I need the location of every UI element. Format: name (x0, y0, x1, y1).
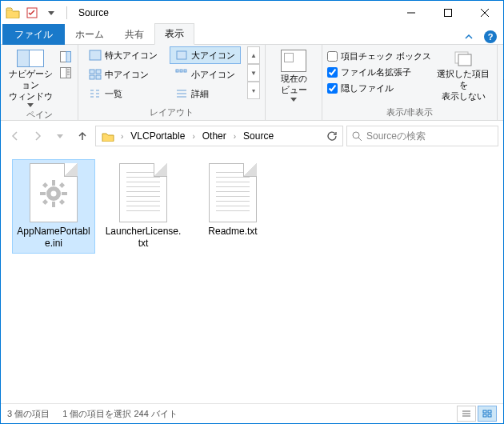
maximize-button[interactable] (430, 1, 466, 25)
check-file-extensions[interactable]: ファイル名拡張子 (327, 64, 431, 80)
group-layout: 特大アイコン 大アイコン 中アイコン 小アイコン 一覧 詳細 ▲ ▼ ▾ レイア… (78, 45, 266, 120)
group-show-hide: 項目チェック ボックス ファイル名拡張子 隠しファイル 選択した項目を 表示しな… (322, 45, 498, 120)
layout-list[interactable]: 一覧 (83, 85, 163, 102)
layout-large-label: 大アイコン (191, 50, 235, 62)
check-item-checkboxes-label: 項目チェック ボックス (341, 50, 431, 62)
current-view-button[interactable]: 現在の ビュー (269, 46, 318, 102)
svg-rect-11 (96, 75, 101, 79)
folder-icon (4, 4, 22, 22)
file-list[interactable]: AppNamePortable.ini LauncherLicense.txt … (1, 151, 503, 403)
crumb-sep[interactable]: › (190, 132, 197, 141)
minimize-button[interactable] (393, 1, 430, 25)
crumb-2[interactable]: Source (238, 127, 278, 145)
svg-point-21 (51, 191, 57, 197)
check-file-extensions-label: ファイル名拡張子 (341, 66, 411, 78)
details-pane-button[interactable] (58, 66, 73, 80)
svg-rect-29 (59, 199, 65, 205)
collapse-ribbon-icon[interactable] (462, 30, 476, 44)
layout-details-label: 詳細 (191, 88, 209, 100)
qat-dropdown-icon[interactable] (42, 4, 60, 22)
crumb-sep[interactable]: › (118, 132, 126, 141)
title-separator (66, 6, 67, 19)
refresh-button[interactable] (323, 127, 341, 145)
view-details-button[interactable] (457, 406, 476, 422)
tab-file[interactable]: ファイル (2, 24, 65, 45)
pane-presets (58, 46, 73, 80)
svg-rect-6 (90, 50, 101, 60)
svg-rect-8 (90, 70, 94, 74)
svg-rect-32 (483, 414, 486, 417)
properties-icon[interactable] (23, 4, 41, 22)
help-icon[interactable]: ? (484, 30, 497, 43)
layout-small-label: 小アイコン (191, 69, 235, 81)
current-view-label: 現在の ビュー (281, 74, 307, 96)
titlebar: Source (1, 1, 503, 25)
search-input[interactable]: Sourceの検索 (346, 126, 498, 146)
file-item[interactable]: Readme.txt (191, 159, 274, 254)
navigation-pane-button[interactable]: ナビゲーション ウィンドウ (6, 46, 55, 107)
layout-list-label: 一覧 (105, 88, 122, 100)
forward-button[interactable] (28, 126, 47, 146)
svg-rect-26 (42, 182, 48, 188)
explorer-window: Source ファイル ホーム 共有 表示 ? ナビゲーション ウィンドウ (0, 0, 504, 424)
svg-rect-1 (445, 10, 452, 17)
crumb-0[interactable]: VLCPortable (126, 127, 190, 145)
group-current-view: 現在の ビュー (266, 45, 322, 120)
layout-scroll-down[interactable]: ▼ (247, 64, 260, 82)
tab-view[interactable]: 表示 (154, 23, 194, 45)
file-item[interactable]: AppNamePortable.ini (12, 159, 95, 254)
layout-details[interactable]: 詳細 (170, 85, 241, 102)
close-button[interactable] (466, 1, 503, 25)
txt-file-icon (119, 163, 167, 222)
hide-selected-button[interactable]: 選択した項目を 表示しない (434, 46, 492, 102)
crumb-1[interactable]: Other (198, 127, 231, 145)
layout-scroll-up[interactable]: ▲ (247, 46, 260, 64)
layout-large[interactable]: 大アイコン (170, 46, 241, 64)
crumb-sep[interactable]: › (231, 132, 238, 141)
svg-rect-30 (483, 410, 486, 413)
status-selection: 1 個の項目を選択 244 バイト (62, 408, 178, 420)
folder-icon (101, 129, 115, 143)
group-current-view-label (269, 117, 318, 120)
hide-selected-label: 選択した項目を 表示しない (434, 69, 492, 102)
status-bar: 3 個の項目 1 個の項目を選択 244 バイト (1, 403, 503, 423)
svg-rect-27 (59, 182, 65, 188)
navigation-pane-label: ナビゲーション ウィンドウ (6, 69, 55, 102)
up-button[interactable] (73, 126, 92, 146)
file-item[interactable]: LauncherLicense.txt (102, 159, 185, 254)
back-button[interactable] (6, 126, 25, 146)
preview-pane-button[interactable] (58, 50, 73, 64)
window-title: Source (70, 7, 117, 18)
layout-medium[interactable]: 中アイコン (83, 66, 163, 83)
svg-rect-9 (96, 70, 101, 74)
svg-rect-31 (488, 410, 491, 413)
tab-home[interactable]: ホーム (65, 24, 114, 45)
address-bar: › VLCPortable › Other › Source Sourceの検索 (1, 121, 503, 151)
svg-rect-3 (66, 52, 71, 62)
tab-share[interactable]: 共有 (114, 24, 154, 45)
svg-rect-25 (62, 192, 67, 195)
breadcrumb[interactable]: › VLCPortable › Other › Source (95, 126, 343, 146)
layout-more[interactable]: ▾ (247, 82, 260, 99)
current-view-icon (281, 50, 306, 72)
file-name: LauncherLicense.txt (104, 226, 182, 250)
layout-small[interactable]: 小アイコン (170, 66, 241, 83)
layout-scroll: ▲ ▼ ▾ (247, 46, 260, 99)
txt-file-icon (209, 163, 257, 222)
search-placeholder: Sourceの検索 (363, 130, 494, 143)
layout-extra-large[interactable]: 特大アイコン (83, 46, 163, 64)
recent-dropdown[interactable] (50, 126, 70, 146)
ini-file-icon (30, 163, 78, 222)
view-icons-button[interactable] (478, 406, 497, 422)
check-hidden-files[interactable]: 隠しファイル (327, 80, 431, 96)
status-item-count: 3 個の項目 (7, 408, 50, 420)
check-item-checkboxes[interactable]: 項目チェック ボックス (327, 48, 431, 64)
layout-medium-label: 中アイコン (105, 69, 149, 81)
group-options: オプション (498, 45, 504, 120)
quick-access-toolbar (1, 4, 63, 22)
svg-point-19 (353, 132, 359, 138)
group-pane: ナビゲーション ウィンドウ ペイン (1, 45, 78, 120)
ribbon-tabs: ファイル ホーム 共有 表示 ? (1, 25, 503, 44)
file-name: AppNamePortable.ini (14, 226, 93, 250)
layout-extra-large-label: 特大アイコン (105, 50, 158, 62)
